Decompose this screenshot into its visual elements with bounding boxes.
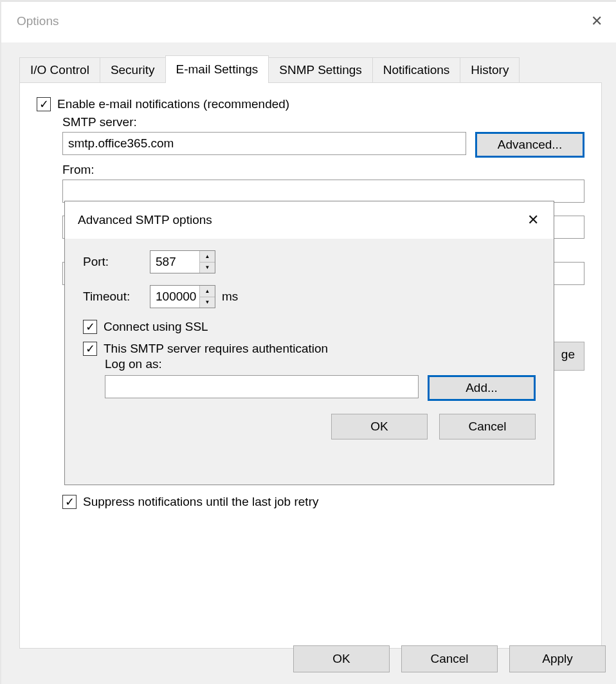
suppress-label: Suppress notifications until the last jo… <box>83 495 318 509</box>
logon-input[interactable] <box>105 375 419 398</box>
port-row: Port: ▲ ▼ <box>83 250 536 273</box>
timeout-row: Timeout: ▲ ▼ ms <box>83 285 536 308</box>
tab-strip: I/O Control Security E-mail Settings SNM… <box>19 55 602 82</box>
auth-checkbox[interactable] <box>83 342 97 356</box>
dialog-title: Advanced SMTP options <box>78 213 212 227</box>
send-test-partial-text: ge <box>561 347 575 362</box>
bottom-bar: OK Cancel Apply <box>293 645 606 672</box>
port-spin-down-icon[interactable]: ▼ <box>200 263 215 273</box>
enable-row: Enable e-mail notifications (recommended… <box>37 97 584 111</box>
titlebar: Options ✕ <box>1 2 616 41</box>
dialog-cancel-button[interactable]: Cancel <box>439 414 536 439</box>
smtp-server-label: SMTP server: <box>62 115 584 129</box>
port-spinbox: ▲ ▼ <box>150 250 215 273</box>
from-block: From: <box>62 163 584 203</box>
timeout-spin-up-icon[interactable]: ▲ <box>200 286 215 297</box>
smtp-block: SMTP server: Advanced... <box>62 115 584 158</box>
port-input[interactable] <box>150 251 199 273</box>
advanced-button[interactable]: Advanced... <box>475 132 584 158</box>
tab-io-control[interactable]: I/O Control <box>19 57 100 82</box>
auth-row: This SMTP server requires authentication <box>83 342 536 356</box>
dialog-body: Port: ▲ ▼ Timeout: ▲ ▼ ms Conne <box>65 239 554 485</box>
dialog-titlebar: Advanced SMTP options ✕ <box>65 201 554 239</box>
smtp-server-input[interactable] <box>62 132 466 155</box>
timeout-input[interactable] <box>150 286 199 308</box>
from-input[interactable] <box>62 180 584 203</box>
cancel-button[interactable]: Cancel <box>401 645 498 672</box>
port-label: Port: <box>83 255 150 269</box>
ssl-checkbox[interactable] <box>83 320 97 334</box>
dialog-ok-button[interactable]: OK <box>331 414 428 439</box>
tab-security[interactable]: Security <box>100 57 166 82</box>
timeout-spin-down-icon[interactable]: ▼ <box>200 297 215 308</box>
ssl-row: Connect using SSL <box>83 320 536 334</box>
logon-block: Log on as: Add... <box>105 357 536 401</box>
dialog-buttons: OK Cancel <box>83 414 536 439</box>
ok-button[interactable]: OK <box>293 645 390 672</box>
enable-email-checkbox[interactable] <box>37 97 51 111</box>
timeout-spinbox: ▲ ▼ <box>150 285 215 308</box>
window-title: Options <box>17 14 59 28</box>
tab-snmp-settings[interactable]: SNMP Settings <box>268 57 372 82</box>
advanced-smtp-dialog: Advanced SMTP options ✕ Port: ▲ ▼ Timeou… <box>64 201 554 485</box>
suppress-checkbox[interactable] <box>62 495 77 509</box>
timeout-label: Timeout: <box>83 290 150 304</box>
tab-email-settings[interactable]: E-mail Settings <box>165 55 269 83</box>
apply-button[interactable]: Apply <box>509 645 606 672</box>
from-label: From: <box>62 163 584 177</box>
add-button[interactable]: Add... <box>428 375 536 401</box>
ssl-label: Connect using SSL <box>104 320 208 334</box>
timeout-unit: ms <box>222 290 238 304</box>
close-icon[interactable]: ✕ <box>521 212 545 228</box>
auth-label: This SMTP server requires authentication <box>104 342 328 356</box>
enable-email-label: Enable e-mail notifications (recommended… <box>57 97 289 111</box>
tab-history[interactable]: History <box>460 57 520 82</box>
tab-notifications[interactable]: Notifications <box>372 57 461 82</box>
logon-label: Log on as: <box>105 357 536 371</box>
close-icon[interactable]: ✕ <box>583 13 611 30</box>
suppress-row: Suppress notifications until the last jo… <box>62 495 318 509</box>
port-spin-up-icon[interactable]: ▲ <box>200 251 215 263</box>
